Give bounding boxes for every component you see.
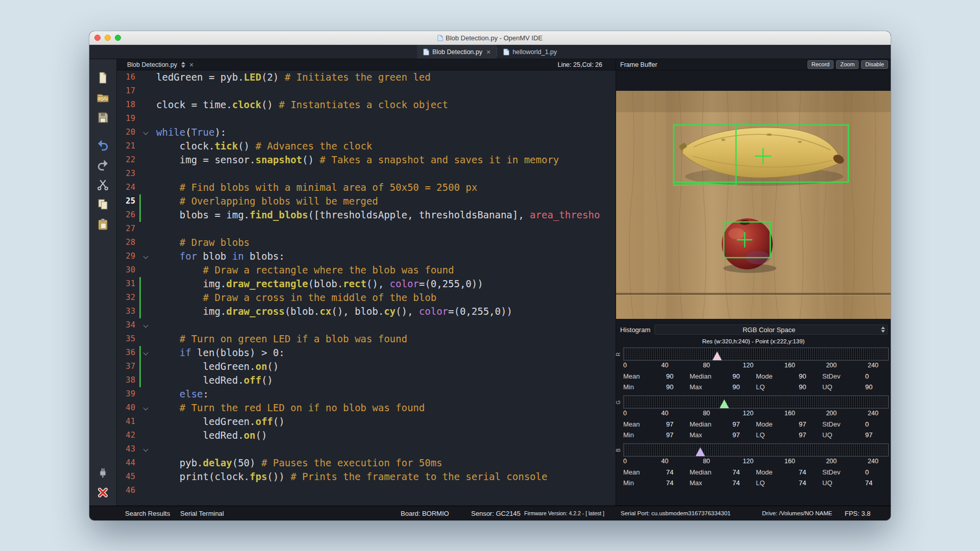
code-line[interactable]: 19 bbox=[117, 112, 616, 126]
line-number[interactable]: 37 bbox=[117, 360, 139, 373]
open-file-button[interactable] bbox=[95, 89, 111, 106]
line-number[interactable]: 43 bbox=[117, 442, 139, 456]
status-search-results[interactable]: Search Results bbox=[125, 506, 170, 520]
code-line[interactable]: 17 bbox=[117, 84, 616, 98]
line-number[interactable]: 18 bbox=[117, 98, 139, 112]
line-number[interactable]: 24 bbox=[117, 181, 139, 194]
close-window-button[interactable] bbox=[94, 35, 101, 41]
line-number[interactable]: 38 bbox=[117, 373, 139, 387]
code-line[interactable]: 35 # Turn on green LED if a blob was fou… bbox=[117, 332, 616, 346]
redo-button[interactable] bbox=[95, 156, 111, 172]
record-button[interactable]: Record bbox=[807, 60, 834, 69]
line-number[interactable]: 35 bbox=[117, 332, 139, 346]
line-number[interactable]: 23 bbox=[117, 167, 139, 181]
code-line[interactable]: 33 img.draw_cross(blob.cx(), blob.cy(), … bbox=[117, 305, 616, 318]
line-number[interactable]: 30 bbox=[117, 263, 139, 277]
tab-close-icon[interactable]: × bbox=[486, 49, 491, 55]
fold-icon[interactable] bbox=[141, 249, 150, 263]
copy-button[interactable] bbox=[95, 196, 111, 212]
line-number[interactable]: 19 bbox=[117, 112, 139, 126]
line-number[interactable]: 40 bbox=[117, 401, 139, 415]
line-number[interactable]: 29 bbox=[117, 249, 139, 263]
connect-button[interactable] bbox=[95, 464, 111, 481]
line-number[interactable]: 44 bbox=[117, 456, 139, 470]
code-line[interactable]: 43 bbox=[117, 442, 616, 456]
code-line[interactable]: 44 pyb.delay(50) # Pauses the execution … bbox=[117, 456, 616, 470]
frame-buffer-view[interactable] bbox=[616, 91, 891, 319]
code-line[interactable]: 40 # Turn the red LED on if no blob was … bbox=[117, 401, 616, 415]
code-line[interactable]: 29 for blob in blobs: bbox=[117, 249, 616, 263]
code-line[interactable]: 20while(True): bbox=[117, 126, 616, 139]
code-line[interactable]: 42 ledRed.on() bbox=[117, 429, 616, 442]
line-number[interactable]: 22 bbox=[117, 153, 139, 167]
stop-button[interactable] bbox=[95, 484, 111, 500]
undo-button[interactable] bbox=[95, 136, 111, 153]
paste-button[interactable] bbox=[95, 216, 111, 232]
line-number[interactable]: 41 bbox=[117, 415, 139, 429]
code-line[interactable]: 34 bbox=[117, 318, 616, 332]
fold-icon[interactable] bbox=[141, 401, 150, 415]
fold-icon[interactable] bbox=[141, 318, 150, 332]
tab-helloworld[interactable]: helloworld_1.py bbox=[497, 45, 563, 59]
line-number[interactable]: 25 bbox=[117, 194, 139, 208]
code-line[interactable]: 46 bbox=[117, 484, 616, 497]
code-editor[interactable]: 16ledGreen = pyb.LED(2) # Initiates the … bbox=[117, 70, 616, 506]
fold-icon[interactable] bbox=[141, 346, 150, 360]
code-line[interactable]: 25 # Overlapping blobs will be merged bbox=[117, 194, 616, 208]
status-board: Board: BORMIO bbox=[401, 506, 449, 520]
line-number[interactable]: 26 bbox=[117, 208, 139, 222]
code-line[interactable]: 18clock = time.clock() # Instantiates a … bbox=[117, 98, 616, 112]
line-number[interactable]: 20 bbox=[117, 126, 139, 139]
line-number[interactable]: 34 bbox=[117, 318, 139, 332]
line-number[interactable]: 17 bbox=[117, 84, 139, 98]
titlebar[interactable]: Blob Detection.py - OpenMV IDE bbox=[89, 31, 891, 45]
colorspace-dropdown[interactable]: RGB Color Space bbox=[654, 324, 888, 335]
marker-triangle bbox=[720, 399, 729, 408]
fold-icon[interactable] bbox=[141, 126, 150, 139]
line-number[interactable]: 31 bbox=[117, 277, 139, 291]
line-number[interactable]: 33 bbox=[117, 305, 139, 318]
zoom-button[interactable]: Zoom bbox=[836, 60, 859, 69]
tick-label: 40 bbox=[662, 410, 669, 417]
code-line[interactable]: 26 blobs = img.find_blobs([thresholdsApp… bbox=[117, 208, 616, 222]
code-line[interactable]: 31 img.draw_rectangle(blob.rect(), color… bbox=[117, 277, 616, 291]
save-file-button[interactable] bbox=[95, 109, 111, 126]
maximize-window-button[interactable] bbox=[115, 35, 121, 41]
code-line[interactable]: 37 ledGreen.on() bbox=[117, 360, 616, 373]
fold-icon[interactable] bbox=[141, 442, 150, 456]
line-number[interactable]: 16 bbox=[117, 70, 139, 84]
code-line[interactable]: 24 # Find blobs with a minimal area of 5… bbox=[117, 181, 616, 194]
line-number[interactable]: 46 bbox=[117, 484, 139, 497]
code-line[interactable]: 32 # Draw a cross in the middle of the b… bbox=[117, 291, 616, 305]
code-line[interactable]: 28 # Draw blobs bbox=[117, 236, 616, 249]
code-line[interactable]: 41 ledGreen.off() bbox=[117, 415, 616, 429]
line-number[interactable]: 36 bbox=[117, 346, 139, 360]
code-line[interactable]: 30 # Draw a rectangle where the blob was… bbox=[117, 263, 616, 277]
file-spinner-icon[interactable] bbox=[181, 62, 185, 68]
code-line[interactable]: 27 bbox=[117, 222, 616, 236]
editor-close-icon[interactable]: × bbox=[189, 61, 193, 69]
minimize-window-button[interactable] bbox=[105, 35, 111, 41]
code-line[interactable]: 45 print(clock.fps()) # Prints the frame… bbox=[117, 470, 616, 484]
code-line[interactable]: 16ledGreen = pyb.LED(2) # Initiates the … bbox=[117, 70, 616, 84]
code-line[interactable]: 36 if len(blobs) > 0: bbox=[117, 346, 616, 360]
cut-button[interactable] bbox=[95, 176, 111, 192]
line-number[interactable]: 45 bbox=[117, 470, 139, 484]
code-line[interactable]: 23 bbox=[117, 167, 616, 181]
line-number[interactable]: 21 bbox=[117, 139, 139, 153]
code-line[interactable]: 39 else: bbox=[117, 387, 616, 401]
status-serial-terminal[interactable]: Serial Terminal bbox=[180, 506, 224, 520]
code-line[interactable]: 22 img = sensor.snapshot() # Takes a sna… bbox=[117, 153, 616, 167]
line-number[interactable]: 32 bbox=[117, 291, 139, 305]
line-number[interactable]: 39 bbox=[117, 387, 139, 401]
tab-blob-detection[interactable]: Blob Detection.py × bbox=[417, 45, 497, 59]
code-line[interactable]: 38 ledRed.off() bbox=[117, 373, 616, 387]
disable-button[interactable]: Disable bbox=[861, 60, 888, 69]
line-number[interactable]: 27 bbox=[117, 222, 139, 236]
new-file-button[interactable] bbox=[95, 69, 111, 86]
code-line[interactable]: 21 clock.tick() # Advances the clock bbox=[117, 139, 616, 153]
line-number[interactable]: 42 bbox=[117, 429, 139, 442]
histogram-strip bbox=[623, 443, 889, 457]
open-file-dropdown[interactable]: Blob Detection.py bbox=[127, 61, 177, 68]
line-number[interactable]: 28 bbox=[117, 236, 139, 249]
